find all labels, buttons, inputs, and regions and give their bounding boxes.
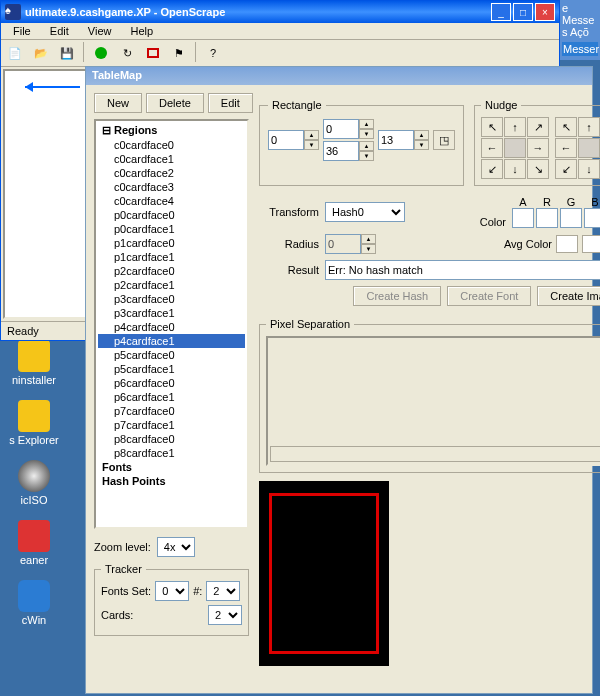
desktop-icon[interactable]: ninstaller (4, 340, 64, 386)
tree-item[interactable]: c0cardface0 (98, 138, 245, 152)
help-icon[interactable]: ? (201, 42, 225, 64)
spin-down[interactable]: ▼ (361, 244, 376, 254)
nudge-w[interactable]: ← (555, 138, 577, 158)
red-box-icon[interactable] (141, 42, 165, 64)
spin-up[interactable]: ▲ (361, 234, 376, 244)
tree-root-regions[interactable]: ⊟ Regions (98, 123, 245, 138)
tree-item[interactable]: c0cardface2 (98, 166, 245, 180)
tree-item[interactable]: c0cardface3 (98, 180, 245, 194)
tree-item[interactable]: c0cardface1 (98, 152, 245, 166)
spin-up[interactable]: ▲ (304, 130, 319, 140)
nudge-nw[interactable]: ↖ (481, 117, 503, 137)
tree-item[interactable]: p2cardface1 (98, 278, 245, 292)
nudge-nw[interactable]: ↖ (555, 117, 577, 137)
rect-x2[interactable] (323, 141, 359, 161)
tree-item[interactable]: p0cardface1 (98, 222, 245, 236)
save-icon[interactable]: 💾 (55, 42, 79, 64)
nudge-ne[interactable]: ↗ (527, 117, 549, 137)
nudge-e[interactable]: → (527, 138, 549, 158)
hash-num-select[interactable]: 2 (206, 581, 240, 601)
spin-up[interactable]: ▲ (359, 119, 374, 129)
tree-item[interactable]: p5cardface1 (98, 362, 245, 376)
spin-down[interactable]: ▼ (359, 129, 374, 139)
titlebar[interactable]: ♠ ultimate.9.cashgame.XP - OpenScrape _ … (1, 1, 559, 23)
nudge-center (504, 138, 526, 158)
color-r[interactable] (536, 208, 558, 228)
green-circle-icon[interactable] (89, 42, 113, 64)
tree-item[interactable]: p7cardface1 (98, 418, 245, 432)
rect-draw-icon[interactable]: ◳ (433, 130, 455, 150)
open-icon[interactable]: 📂 (29, 42, 53, 64)
tree-item[interactable]: p8cardface1 (98, 446, 245, 460)
cards-select[interactable]: 2 (208, 605, 242, 625)
zoom-select[interactable]: 4x (157, 537, 195, 557)
color-g[interactable] (560, 208, 582, 228)
avgcolor-r (556, 235, 578, 253)
tree-item[interactable]: p4cardface0 (98, 320, 245, 334)
color-b[interactable] (584, 208, 600, 228)
nudge-se[interactable]: ↘ (527, 159, 549, 179)
desktop-icon[interactable]: s Explorer (4, 400, 64, 446)
menu-edit[interactable]: Edit (42, 23, 77, 39)
nudge-sw[interactable]: ↙ (555, 159, 577, 179)
tree-item[interactable]: p0cardface0 (98, 208, 245, 222)
tree-item[interactable]: p6cardface0 (98, 376, 245, 390)
tree-item[interactable]: p1cardface1 (98, 250, 245, 264)
nudge-n[interactable]: ↑ (504, 117, 526, 137)
avgcolor-label: Avg Color (492, 238, 552, 250)
menu-help[interactable]: Help (123, 23, 162, 39)
side-text: Messer (562, 42, 598, 56)
spin-down[interactable]: ▼ (304, 140, 319, 150)
edit-button[interactable]: Edit (208, 93, 253, 113)
tree-item[interactable]: p3cardface0 (98, 292, 245, 306)
create-image-button[interactable]: Create Image (537, 286, 600, 306)
menu-file[interactable]: File (5, 23, 39, 39)
desktop-icon[interactable]: icISO (4, 460, 64, 506)
spin-down[interactable]: ▼ (414, 140, 429, 150)
nudge-s[interactable]: ↓ (504, 159, 526, 179)
arrow-head-icon (25, 82, 33, 92)
tree-item[interactable]: p1cardface0 (98, 236, 245, 250)
desktop-icon[interactable]: eaner (4, 520, 64, 566)
tree-item[interactable]: p8cardface0 (98, 432, 245, 446)
maximize-button[interactable]: □ (513, 3, 533, 21)
desktop-icon[interactable]: cWin (4, 580, 64, 626)
rect-x1[interactable] (268, 130, 304, 150)
rect-y1[interactable] (323, 119, 359, 139)
tree-item[interactable]: p5cardface0 (98, 348, 245, 362)
tree-item[interactable]: p6cardface1 (98, 390, 245, 404)
menu-view[interactable]: View (80, 23, 120, 39)
transform-select[interactable]: Hash0 (325, 202, 405, 222)
horizontal-scrollbar[interactable] (270, 446, 600, 462)
tree-item[interactable]: p3cardface1 (98, 306, 245, 320)
nudge-s[interactable]: ↓ (578, 159, 600, 179)
close-button[interactable]: × (535, 3, 555, 21)
dialog-title[interactable]: TableMap (86, 67, 592, 85)
nudge-n[interactable]: ↑ (578, 117, 600, 137)
tree-item[interactable]: p7cardface0 (98, 404, 245, 418)
tree-item[interactable]: p4cardface1 (98, 334, 245, 348)
spin-up[interactable]: ▲ (414, 130, 429, 140)
tree-root-hashpoints[interactable]: Hash Points (98, 474, 245, 488)
spin-up[interactable]: ▲ (359, 141, 374, 151)
preview-area (259, 481, 389, 666)
flag-icon[interactable]: ⚑ (167, 42, 191, 64)
tree-item[interactable]: p2cardface0 (98, 264, 245, 278)
tree-item[interactable]: c0cardface4 (98, 194, 245, 208)
tree-view[interactable]: ⊟ Regions c0cardface0c0cardface1c0cardfa… (94, 119, 249, 529)
nudge-sw[interactable]: ↙ (481, 159, 503, 179)
refresh-icon[interactable]: ↻ (115, 42, 139, 64)
rect-y2[interactable] (378, 130, 414, 150)
tree-root-fonts[interactable]: Fonts (98, 460, 245, 474)
tracker-group: Tracker Fonts Set: 0 #: 2 Cards: 2 (94, 563, 249, 636)
delete-button[interactable]: Delete (146, 93, 204, 113)
color-a[interactable] (512, 208, 534, 228)
zoom-label: Zoom level: (94, 541, 151, 553)
spin-down[interactable]: ▼ (359, 151, 374, 161)
side-text: s Açõ (562, 26, 598, 38)
new-button[interactable]: New (94, 93, 142, 113)
nudge-w[interactable]: ← (481, 138, 503, 158)
fonts-set-select[interactable]: 0 (155, 581, 189, 601)
new-icon[interactable]: 📄 (3, 42, 27, 64)
minimize-button[interactable]: _ (491, 3, 511, 21)
